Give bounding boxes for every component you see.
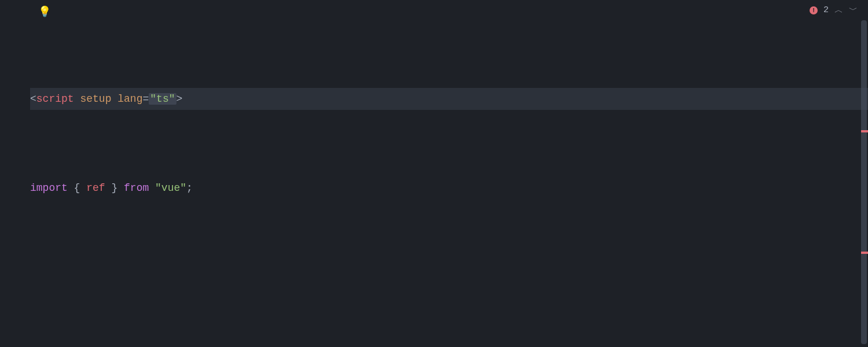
code-area[interactable]: <script setup lang="ts"> import { ref } … — [0, 21, 868, 347]
scrollbar-thumb[interactable] — [861, 20, 867, 344]
error-marker[interactable] — [861, 130, 868, 132]
prev-error-icon[interactable]: ︿ — [834, 5, 843, 16]
error-icon[interactable]: ! — [810, 6, 818, 14]
error-count: 2 — [823, 5, 829, 15]
code-line[interactable] — [30, 266, 868, 289]
next-error-icon[interactable]: ﹀ — [849, 5, 858, 16]
inspection-widget: ! 2 ︿ ﹀ — [810, 5, 858, 16]
scrollbar[interactable] — [860, 20, 868, 344]
lightbulb-icon[interactable]: 💡 — [38, 5, 51, 18]
code-editor[interactable]: ! 2 ︿ ﹀ 💡 <script setup lang="ts"> impor… — [0, 0, 868, 347]
code-line[interactable]: <script setup lang="ts"> — [30, 88, 868, 110]
code-line[interactable]: import { ref } from "vue"; — [30, 177, 868, 200]
error-marker[interactable] — [861, 252, 868, 254]
gutter-row: 💡 — [0, 2, 868, 21]
